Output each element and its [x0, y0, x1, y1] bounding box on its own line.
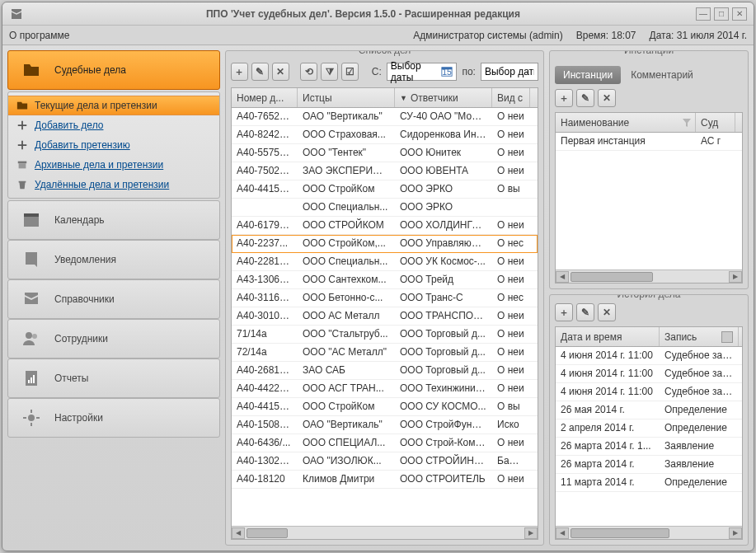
table-row[interactable]: А40-31160...ООО Бетонно-с...ООО Транс-СО… — [232, 289, 538, 307]
history-hscroll[interactable]: ◀▶ — [556, 526, 742, 539]
table-row[interactable]: А40-18120Климов ДмитриООО СТРОИТЕЛЬО неи — [232, 471, 538, 489]
tab-comment[interactable]: Комментарий — [622, 66, 702, 84]
minimize-button[interactable]: — — [696, 7, 711, 21]
sidebar-sub-1[interactable]: Добавить дело — [8, 115, 219, 135]
sidebar-sub-2[interactable]: Добавить претензию — [8, 135, 219, 155]
table-row[interactable]: 4 июня 2014 г. 11:00Судебное заседа — [556, 383, 742, 401]
nav-note[interactable]: Уведомления — [7, 240, 220, 279]
title-bar: ППО 'Учет судебных дел'. Версия 1.5.0 - … — [2, 2, 754, 26]
table-row[interactable]: А40-26813...ЗАО САБООО Торговый д...О не… — [232, 362, 538, 380]
table-row[interactable]: А40-44156...ООО СтройКомООО СУ КОСМО...О… — [232, 398, 538, 416]
nav-report[interactable]: Отчеты — [7, 359, 220, 398]
table-row[interactable]: 2 апреля 2014 г.Определение — [556, 419, 742, 438]
svg-text:15: 15 — [443, 67, 453, 77]
instance-add-button[interactable]: ＋ — [555, 89, 573, 107]
nav-calendar[interactable]: Календарь — [7, 200, 220, 240]
sidebar-sub-3[interactable]: Архивные дела и претензии — [8, 155, 219, 175]
table-row[interactable]: А40-82421...ООО Страховая...Сидоренкова … — [232, 126, 538, 144]
table-row[interactable]: Первая инстанцияАС г — [556, 133, 742, 151]
maximize-button[interactable]: □ — [714, 7, 729, 21]
table-row[interactable]: А40-44224...ООО АСГ ТРАН...ООО Техинжини… — [232, 380, 538, 398]
col-plaintiffs[interactable]: Истцы — [298, 88, 395, 107]
menu-bar: О программе Администратор системы (admin… — [2, 26, 754, 45]
table-row[interactable]: 11 марта 2014 г.Определение — [556, 474, 742, 492]
nav-people[interactable]: Сотрудники — [7, 319, 220, 359]
svg-rect-14 — [36, 417, 40, 419]
table-row[interactable]: ООО Специальн...ООО ЭРКО — [232, 199, 538, 217]
book-icon — [20, 289, 43, 309]
nav-book[interactable]: Справочники — [7, 279, 220, 319]
gear-icon — [20, 408, 43, 428]
note-icon — [20, 250, 43, 269]
col-datetime[interactable]: Дата и время — [556, 327, 660, 346]
table-row[interactable]: 26 марта 2014 г. 1...Заявление — [556, 438, 742, 456]
nav-main-label: Судебные дела — [54, 64, 126, 76]
svg-rect-1 — [19, 163, 26, 168]
table-row[interactable]: 26 мая 2014 г.Определение — [556, 401, 742, 419]
history-delete-button[interactable]: ✕ — [598, 303, 616, 321]
column-menu-icon[interactable] — [721, 331, 733, 343]
filter-button[interactable]: ⧩ — [321, 63, 338, 81]
col-record[interactable]: Запись — [660, 327, 739, 346]
filter-icon[interactable] — [682, 118, 692, 128]
menu-about[interactable]: О программе — [9, 30, 69, 41]
add-button[interactable]: ＋ — [231, 63, 248, 81]
plus-icon — [16, 120, 28, 131]
check-button[interactable]: ☑ — [341, 63, 359, 81]
window-title: ППО 'Учет судебных дел'. Версия 1.5.0 - … — [31, 8, 696, 20]
col-court[interactable]: Суд — [696, 113, 735, 132]
svg-rect-7 — [28, 380, 30, 383]
table-row[interactable]: А43-13064...ООО Сантехком...ООО ТрейдО н… — [232, 271, 538, 289]
calendar-icon — [20, 210, 43, 230]
table-row[interactable]: А40-55750...ООО "Тентек"ООО ЮнитекО неи — [232, 144, 538, 162]
nav-court-cases[interactable]: Судебные дела — [7, 50, 220, 90]
table-row[interactable]: А40-22813...ООО Специальн...ООО УК Космо… — [232, 253, 538, 271]
date-from-input[interactable]: Выбор даты 15 — [387, 63, 458, 81]
archive-icon — [16, 159, 28, 171]
instances-hscroll[interactable]: ◀▶ — [556, 269, 742, 283]
history-edit-button[interactable]: ✎ — [576, 303, 594, 321]
table-row[interactable]: А40-44151...ООО СтройКомООО ЭРКОО вы — [232, 180, 538, 199]
table-row[interactable]: А40-6436/...ООО СПЕЦИАЛ...ООО Строй-Комп… — [232, 434, 538, 452]
col-case-number[interactable]: Номер д... — [232, 88, 298, 107]
table-row[interactable]: А40-30100...ООО АС МеталлООО ТРАНСПОД...… — [232, 307, 538, 326]
table-row[interactable]: А40-13020...ОАО "ИЗОЛЮК...ООО СТРОЙИНН..… — [232, 452, 538, 471]
people-icon — [20, 329, 43, 349]
edit-button[interactable]: ✎ — [251, 63, 269, 81]
col-instance-name[interactable]: Наименование — [556, 113, 696, 132]
date-from-label: С: — [372, 66, 382, 77]
table-row[interactable]: А40-75028...ЗАО ЭКСПЕРИМ...ООО ЮВЕНТАО н… — [232, 162, 538, 180]
svg-point-4 — [26, 332, 32, 339]
table-row[interactable]: А40-2237...ООО СтройКом,...ООО Управляющ… — [232, 235, 538, 253]
table-row[interactable]: 4 июня 2014 г. 11:00Судебное заседа — [556, 347, 742, 365]
table-row[interactable]: А40-15088...ОАО "Вертикаль"ООО СтройФунд… — [232, 416, 538, 434]
table-row[interactable]: А40-61790...ООО СТРОЙКОМООО ХОЛДИНГО...О… — [232, 217, 538, 235]
svg-point-10 — [28, 415, 35, 421]
tab-instances[interactable]: Инстанции — [555, 66, 621, 84]
svg-rect-9 — [33, 375, 35, 383]
instance-delete-button[interactable]: ✕ — [598, 89, 616, 107]
col-type[interactable]: Вид с — [492, 88, 530, 107]
table-row[interactable]: 26 марта 2014 г.Заявление — [556, 456, 742, 474]
refresh-button[interactable]: ⟲ — [300, 63, 317, 81]
history-title: История дела — [611, 294, 688, 300]
close-button[interactable]: ✕ — [732, 7, 747, 21]
table-row[interactable]: 71/14аООО "Стальтруб...ООО Торговый д...… — [232, 326, 538, 344]
svg-rect-0 — [18, 162, 27, 164]
instance-edit-button[interactable]: ✎ — [576, 89, 594, 107]
sidebar-sub-4[interactable]: Удалённые дела и претензии — [8, 175, 219, 194]
svg-rect-8 — [31, 377, 32, 383]
table-row[interactable]: 4 июня 2014 г. 11:00Судебное заседа — [556, 365, 742, 383]
history-add-button[interactable]: ＋ — [555, 303, 573, 321]
svg-point-5 — [32, 334, 37, 339]
delete-button[interactable]: ✕ — [272, 63, 289, 81]
sidebar-sub-0[interactable]: Текущие дела и претензии — [8, 96, 219, 115]
nav-gear[interactable]: Настройки — [7, 398, 220, 438]
window-buttons: — □ ✕ — [696, 7, 747, 21]
col-defendants[interactable]: ▼Ответчики — [395, 88, 492, 107]
table-row[interactable]: А40-76521...ОАО "Вертикаль"СУ-40 ОАО "Мо… — [232, 108, 538, 126]
date-to-input[interactable]: Выбор даты — [481, 63, 538, 81]
horizontal-scrollbar[interactable]: ◀▶ — [232, 526, 538, 539]
nav-submenu: Текущие дела и претензииДобавить делоДоб… — [7, 91, 220, 199]
table-row[interactable]: 72/14аООО "АС Металл"ООО Торговый д...О … — [232, 344, 538, 362]
